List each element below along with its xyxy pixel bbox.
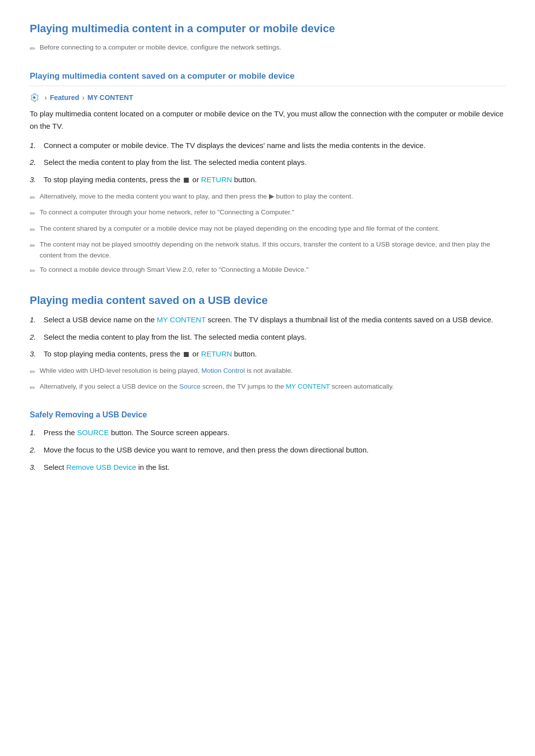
step-num: 1. bbox=[30, 427, 44, 439]
step-content: Select the media content to play from th… bbox=[44, 331, 505, 344]
table-row: 2. Select the media content to play from… bbox=[30, 156, 505, 169]
step-num: 3. bbox=[30, 461, 44, 474]
pencil-icon: ✏ bbox=[30, 192, 36, 203]
breadcrumb-mycontent: MY CONTENT bbox=[87, 92, 133, 103]
return-highlight: RETURN bbox=[201, 175, 232, 184]
table-row: 3. To stop playing media contents, press… bbox=[30, 348, 505, 360]
note-text: Alternatively, move to the media content… bbox=[40, 191, 353, 202]
list-item: ✏ The content may not be played smoothly… bbox=[30, 239, 505, 260]
step-content: Press the SOURCE button. The Source scre… bbox=[44, 427, 505, 439]
step-content: Connect a computer or mobile device. The… bbox=[44, 140, 505, 152]
step-content: Select a USB device name on the MY CONTE… bbox=[44, 314, 505, 326]
mycontent-highlight: MY CONTENT bbox=[157, 315, 206, 324]
step-num: 3. bbox=[30, 348, 44, 360]
table-row: 3. Select Remove USB Device in the list. bbox=[30, 461, 505, 474]
section1-title: Playing multimedia content saved on a co… bbox=[30, 69, 505, 86]
list-item: ✏ To connect a computer through your hom… bbox=[30, 207, 505, 219]
step-content: To stop playing media contents, press th… bbox=[44, 174, 505, 186]
source-highlight: Source bbox=[179, 383, 201, 390]
note-text: While video with UHD-level resolution is… bbox=[40, 365, 293, 376]
list-item: ✏ While video with UHD-level resolution … bbox=[30, 365, 505, 377]
breadcrumb-chevron1: › bbox=[45, 92, 47, 103]
pencil-icon: ✏ bbox=[30, 382, 36, 393]
source-highlight: SOURCE bbox=[77, 428, 109, 437]
section-usb-device: Playing media content saved on a USB dev… bbox=[30, 292, 505, 394]
step-num: 1. bbox=[30, 140, 44, 152]
section1-notes: ✏ Alternatively, move to the media conte… bbox=[30, 191, 505, 277]
remove-usb-highlight: Remove USB Device bbox=[66, 463, 136, 471]
step-num: 2. bbox=[30, 156, 44, 169]
table-row: 2. Move the focus to the USB device you … bbox=[30, 444, 505, 456]
page-title: Playing multimedia content in a computer… bbox=[30, 20, 505, 37]
note-text: Alternatively, if you select a USB devic… bbox=[40, 381, 394, 392]
return-highlight: RETURN bbox=[201, 350, 232, 358]
note-text: The content may not be played smoothly d… bbox=[40, 239, 505, 260]
section2-title: Playing media content saved on a USB dev… bbox=[30, 292, 505, 309]
table-row: 1. Press the SOURCE button. The Source s… bbox=[30, 427, 505, 439]
pencil-icon-main: ✏ bbox=[30, 43, 36, 54]
note-text: To connect a computer through your home … bbox=[40, 207, 294, 218]
step-num: 1. bbox=[30, 314, 44, 326]
step-num: 2. bbox=[30, 331, 44, 344]
main-note-line: ✏ Before connecting to a computer or mob… bbox=[30, 42, 505, 54]
section1-steps: 1. Connect a computer or mobile device. … bbox=[30, 140, 505, 186]
table-row: 2. Select the media content to play from… bbox=[30, 331, 505, 344]
gear-icon bbox=[30, 93, 39, 102]
step-content: Select Remove USB Device in the list. bbox=[44, 461, 505, 474]
section3-steps: 1. Press the SOURCE button. The Source s… bbox=[30, 427, 505, 473]
pencil-icon: ✏ bbox=[30, 265, 36, 276]
step-content: Move the focus to the USB device you wan… bbox=[44, 444, 505, 456]
breadcrumb-featured: Featured bbox=[50, 92, 79, 103]
motion-control-highlight: Motion Control bbox=[201, 367, 245, 374]
list-item: ✏ To connect a mobile device through Sma… bbox=[30, 264, 505, 276]
breadcrumb-chevron2: › bbox=[82, 92, 85, 103]
pencil-icon: ✏ bbox=[30, 208, 36, 219]
list-item: ✏ Alternatively, move to the media conte… bbox=[30, 191, 505, 203]
stop-icon bbox=[184, 178, 189, 183]
pencil-icon: ✏ bbox=[30, 240, 36, 251]
list-item: ✏ The content shared by a computer or a … bbox=[30, 223, 505, 235]
table-row: 3. To stop playing media contents, press… bbox=[30, 174, 505, 186]
section2-steps: 1. Select a USB device name on the MY CO… bbox=[30, 314, 505, 360]
table-row: 1. Select a USB device name on the MY CO… bbox=[30, 314, 505, 326]
step-content: To stop playing media contents, press th… bbox=[44, 348, 505, 360]
note-text: The content shared by a computer or a mo… bbox=[40, 223, 440, 234]
step-num: 3. bbox=[30, 174, 44, 186]
stop-icon bbox=[184, 352, 189, 357]
section2-notes: ✏ While video with UHD-level resolution … bbox=[30, 365, 505, 394]
table-row: 1. Connect a computer or mobile device. … bbox=[30, 140, 505, 152]
step-content: Select the media content to play from th… bbox=[44, 156, 505, 169]
mycontent-highlight2: MY CONTENT bbox=[286, 383, 330, 390]
note-text: To connect a mobile device through Smart… bbox=[40, 264, 309, 275]
step-num: 2. bbox=[30, 444, 44, 456]
section-computer-mobile: Playing multimedia content saved on a co… bbox=[30, 69, 505, 277]
section-safely-removing: Safely Removing a USB Device 1. Press th… bbox=[30, 408, 505, 474]
breadcrumb: › Featured › MY CONTENT bbox=[30, 92, 505, 103]
pencil-icon: ✏ bbox=[30, 224, 36, 235]
section1-intro: To play multimedia content located on a … bbox=[30, 108, 505, 133]
main-note-text: Before connecting to a computer or mobil… bbox=[40, 42, 281, 53]
list-item: ✏ Alternatively, if you select a USB dev… bbox=[30, 381, 505, 393]
pencil-icon: ✏ bbox=[30, 366, 36, 377]
section3-title: Safely Removing a USB Device bbox=[30, 408, 505, 421]
